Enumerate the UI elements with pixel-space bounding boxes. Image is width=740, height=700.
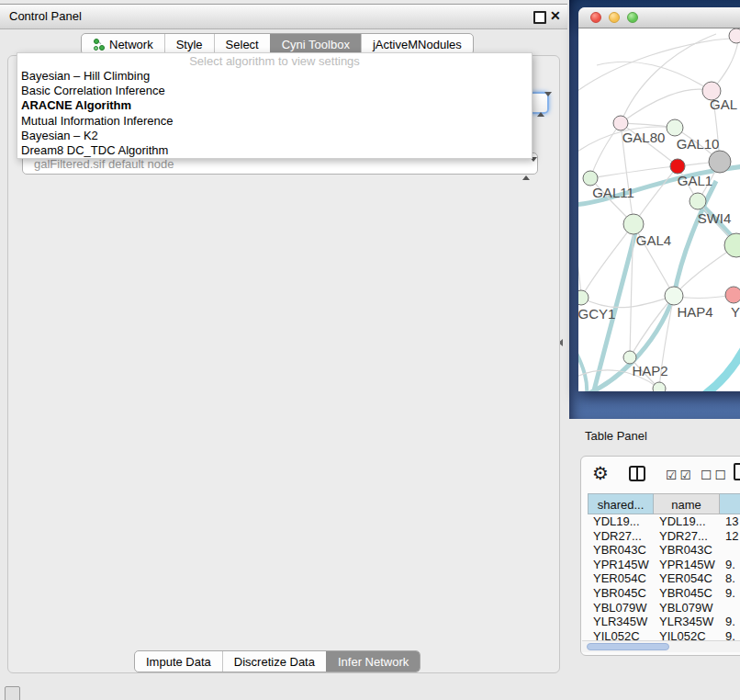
algorithm-option-list: Bayesian – Hill ClimbingBasic Correlatio… (19, 69, 530, 158)
network-node[interactable] (578, 290, 589, 305)
table-row[interactable]: YDR27...YDR27...12 (588, 529, 740, 544)
table-cell: YBL079W (659, 601, 713, 615)
network-node[interactable] (583, 171, 598, 186)
table-header: shared...name (588, 493, 740, 514)
tab-discretize-data[interactable]: Discretize Data (222, 651, 326, 672)
tab-label: Network (109, 38, 153, 51)
network-graph: GALGAL80GAL10GAL1GAL11SWI4GAL4GCY1HAP4YH… (578, 28, 740, 391)
tab-label: Style (176, 38, 203, 51)
network-edge (578, 346, 587, 391)
table-cell: 13 (725, 514, 738, 528)
zoom-window-icon[interactable] (627, 12, 638, 23)
tab-style[interactable]: Style (164, 34, 214, 54)
stepper-icon (522, 158, 530, 171)
network-node[interactable] (667, 119, 683, 136)
network-edge (590, 166, 678, 178)
control-panel-title: Control Panel (9, 9, 82, 23)
table-cell: YBR045C (659, 586, 712, 600)
table-rows: YDL19...YDL19...13YDR27...YDR27...12YBR0… (588, 514, 740, 641)
tab-impute-data[interactable]: Impute Data (135, 651, 222, 672)
deselect-all-checkboxes-icon[interactable]: ☐☐ (701, 468, 729, 482)
network-node[interactable] (665, 287, 683, 305)
network-node[interactable] (623, 214, 644, 234)
panel-grip-button[interactable] (5, 686, 20, 700)
table-row[interactable]: YBL079WYBL079W (588, 601, 740, 615)
tab-cyni-toolbox[interactable]: Cyni Toolbox (270, 34, 361, 54)
algorithm-option[interactable]: Basic Correlation Inference (19, 84, 530, 98)
network-select-value: galFiltered.sif default node (34, 157, 174, 171)
node-label: GAL80 (622, 130, 666, 145)
gear-icon[interactable]: ⚙ (592, 462, 609, 484)
network-edge (630, 296, 674, 357)
float-window-icon[interactable] (533, 11, 546, 24)
split-columns-icon[interactable] (629, 466, 645, 481)
table-cell: YDL19... (593, 514, 640, 528)
table-cell: YBR045C (593, 586, 646, 600)
network-edge (597, 62, 712, 91)
table-row[interactable]: YDL19...YDL19...13 (588, 514, 740, 529)
tab-label: Cyni Toolbox (282, 38, 350, 51)
network-window[interactable]: GALGAL80GAL10GAL1GAL11SWI4GAL4GCY1HAP4YH… (578, 7, 740, 391)
tab-label: Select (226, 38, 259, 51)
table-header-cell[interactable] (720, 493, 740, 514)
node-label: GAL (710, 96, 737, 112)
table-cell: YBL079W (593, 601, 647, 615)
network-canvas[interactable]: GALGAL80GAL10GAL1GAL11SWI4GAL4GCY1HAP4YH… (578, 28, 740, 391)
table-cell: 9. (725, 629, 735, 641)
table-cell: YBR043C (593, 543, 646, 557)
network-node[interactable] (670, 159, 685, 174)
bottom-tabbar: Impute Data Discretize Data Infer Networ… (134, 650, 420, 672)
network-edge (578, 181, 716, 391)
node-label: SWI4 (698, 210, 732, 226)
document-icon[interactable] (734, 463, 740, 480)
network-node[interactable] (613, 116, 628, 130)
table-row[interactable]: YLR345WYLR345W9. (588, 615, 740, 629)
network-tab-icon (93, 39, 105, 51)
network-edge (621, 34, 716, 123)
scrollbar-thumb[interactable] (587, 643, 669, 650)
table-cell: 9. (725, 586, 735, 600)
algorithm-option[interactable]: Bayesian – K2 (19, 129, 530, 143)
table-cell: YPR145W (659, 558, 715, 571)
network-node[interactable] (709, 151, 731, 173)
network-edge (633, 166, 678, 224)
table-row[interactable]: YPR145WYPR145W9. (588, 558, 740, 572)
algorithm-option[interactable]: Bayesian – Hill Climbing (19, 69, 530, 84)
network-node[interactable] (690, 193, 706, 209)
table-cell: 9. (725, 558, 735, 571)
node-label: GCY1 (578, 306, 615, 322)
network-window-titlebar[interactable] (578, 7, 740, 28)
network-node[interactable] (653, 382, 666, 391)
table-cell: 12 (725, 529, 738, 543)
table-header-cell[interactable]: name (654, 493, 720, 514)
algorithm-dropdown: Select algorithm to view settings Bayesi… (17, 52, 533, 159)
tab-infer-network[interactable]: Infer Network (326, 651, 420, 672)
table-horizontal-scrollbar[interactable] (582, 640, 740, 652)
tab-jactivemnodules[interactable]: jActiveMNodules (361, 34, 473, 54)
node-label: GAL11 (592, 185, 634, 200)
algorithm-option[interactable]: Mutual Information Inference (19, 114, 530, 129)
table-panel-title: Table Panel (569, 423, 740, 448)
table-row[interactable]: YBR045CYBR045C9. (588, 586, 740, 601)
table-cell: YIL052C (593, 629, 640, 641)
tab-select[interactable]: Select (214, 34, 270, 54)
algorithm-option[interactable]: ARACNE Algorithm (19, 98, 530, 113)
tab-network[interactable]: Network (82, 34, 164, 54)
table-cell: YBR043C (659, 543, 712, 557)
algorithm-option[interactable]: Dream8 DC_TDC Algorithm (19, 143, 530, 158)
network-node[interactable] (724, 233, 740, 257)
close-icon[interactable]: ✕ (550, 8, 561, 23)
table-row[interactable]: YBR043CYBR043C (588, 543, 740, 558)
select-all-checkboxes-icon[interactable]: ☑☑ (666, 468, 694, 482)
stepper-icon (537, 96, 544, 109)
screen: Control Panel ✕ Network Style Select Cyn… (0, 0, 740, 700)
network-node[interactable] (725, 287, 740, 303)
table-row[interactable]: YIL052CYIL052C9. (588, 629, 740, 641)
tab-label: jActiveMNodules (373, 38, 462, 51)
network-node[interactable] (623, 351, 636, 364)
close-window-icon[interactable] (590, 12, 601, 23)
table-row[interactable]: YER054CYER054C8. (588, 571, 740, 586)
table-header-cell[interactable]: shared... (588, 493, 654, 514)
network-node[interactable] (729, 28, 740, 43)
minimize-window-icon[interactable] (609, 12, 620, 23)
